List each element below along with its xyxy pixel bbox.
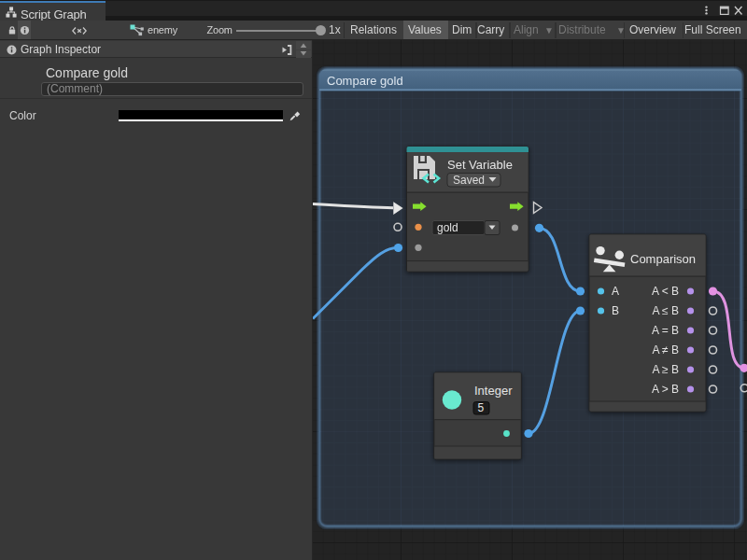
svg-text:A = B: A = B: [652, 324, 679, 337]
svg-text:5: 5: [478, 401, 485, 414]
svg-text:Comparison: Comparison: [630, 252, 696, 266]
svg-text:B: B: [612, 304, 619, 317]
svg-text:A ≤ B: A ≤ B: [652, 304, 679, 317]
svg-text:Integer: Integer: [474, 384, 513, 398]
svg-text:gold: gold: [437, 221, 458, 234]
svg-text:A ≠ B: A ≠ B: [652, 343, 679, 357]
svg-text:A ≥ B: A ≥ B: [652, 363, 679, 376]
svg-text:A: A: [612, 285, 619, 298]
svg-text:A < B: A < B: [652, 285, 679, 298]
svg-text:Compare gold: Compare gold: [327, 74, 403, 88]
svg-text:Set Variable: Set Variable: [447, 158, 513, 172]
svg-text:A > B: A > B: [652, 383, 679, 396]
svg-text:Saved: Saved: [453, 174, 485, 187]
